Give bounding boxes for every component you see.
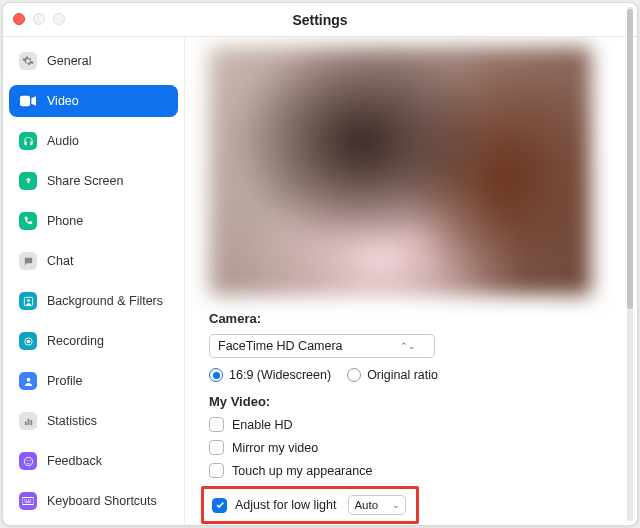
radio-icon: [209, 368, 223, 382]
touch-up-appearance-checkbox[interactable]: Touch up my appearance: [209, 463, 613, 478]
sidebar-item-statistics[interactable]: Statistics: [9, 405, 178, 437]
sidebar-item-profile[interactable]: Profile: [9, 365, 178, 397]
phone-icon: [19, 212, 37, 230]
sidebar-item-label: Statistics: [47, 414, 97, 428]
sidebar-item-label: Video: [47, 94, 79, 108]
sidebar-item-phone[interactable]: Phone: [9, 205, 178, 237]
checkbox-icon: [209, 440, 224, 455]
svg-rect-8: [30, 420, 32, 425]
svg-point-2: [27, 299, 30, 302]
svg-rect-15: [28, 500, 29, 501]
sidebar-item-label: Chat: [47, 254, 73, 268]
keyboard-icon: [19, 492, 37, 510]
sidebar-item-feedback[interactable]: Feedback: [9, 445, 178, 477]
aspect-ratio-group: 16:9 (Widescreen) Original ratio: [209, 368, 613, 382]
sidebar-item-label: Share Screen: [47, 174, 123, 188]
sidebar-item-keyboard-shortcuts[interactable]: Keyboard Shortcuts: [9, 485, 178, 517]
background-icon: [19, 292, 37, 310]
scrollbar[interactable]: [627, 7, 633, 521]
sidebar-item-label: Phone: [47, 214, 83, 228]
gear-icon: [19, 52, 37, 70]
checkbox-icon: [212, 498, 227, 513]
video-icon: [19, 92, 37, 110]
svg-rect-13: [24, 500, 25, 501]
sidebar-item-label: Feedback: [47, 454, 102, 468]
sidebar-item-background-filters[interactable]: Background & Filters: [9, 285, 178, 317]
statistics-icon: [19, 412, 37, 430]
close-window-button[interactable]: [13, 13, 25, 25]
svg-point-11: [29, 460, 30, 461]
share-screen-icon: [19, 172, 37, 190]
low-light-highlight: Adjust for low light Auto ⌄: [201, 486, 419, 524]
sidebar-item-chat[interactable]: Chat: [9, 245, 178, 277]
mirror-video-checkbox[interactable]: Mirror my video: [209, 440, 613, 455]
sidebar-item-label: General: [47, 54, 91, 68]
checkbox-label: Enable HD: [232, 418, 292, 432]
radio-label: Original ratio: [367, 368, 438, 382]
sidebar-item-label: Profile: [47, 374, 82, 388]
titlebar: Settings: [3, 3, 637, 37]
camera-preview: [209, 47, 591, 295]
chevron-down-icon: ⌃⌄: [400, 341, 416, 351]
radio-label: 16:9 (Widescreen): [229, 368, 331, 382]
svg-rect-14: [26, 500, 27, 501]
checkbox-icon: [209, 463, 224, 478]
svg-rect-6: [24, 421, 26, 425]
headphones-icon: [19, 132, 37, 150]
window-title: Settings: [292, 12, 347, 28]
radio-icon: [347, 368, 361, 382]
sidebar-item-label: Keyboard Shortcuts: [47, 494, 157, 508]
sidebar-item-label: Recording: [47, 334, 104, 348]
svg-point-10: [26, 460, 27, 461]
enable-hd-checkbox[interactable]: Enable HD: [209, 417, 613, 432]
sidebar-item-label: Background & Filters: [47, 294, 163, 308]
chevron-down-icon: ⌄: [392, 500, 400, 510]
svg-rect-17: [25, 502, 31, 503]
chat-icon: [19, 252, 37, 270]
feedback-icon: [19, 452, 37, 470]
sidebar-item-label: Audio: [47, 134, 79, 148]
adjust-low-light-checkbox[interactable]: Adjust for low light Auto ⌄: [212, 495, 408, 515]
svg-point-5: [26, 377, 30, 381]
camera-select[interactable]: FaceTime HD Camera ⌃⌄: [209, 334, 435, 358]
checkbox-label: Mirror my video: [232, 441, 318, 455]
profile-icon: [19, 372, 37, 390]
sidebar-item-general[interactable]: General: [9, 45, 178, 77]
sidebar-item-share-screen[interactable]: Share Screen: [9, 165, 178, 197]
sidebar: General Video Audio: [3, 37, 185, 525]
svg-point-9: [24, 457, 32, 465]
aspect-original-radio[interactable]: Original ratio: [347, 368, 438, 382]
minimize-window-button[interactable]: [33, 13, 45, 25]
low-light-mode-select[interactable]: Auto ⌄: [348, 495, 406, 515]
window-controls: [13, 13, 65, 25]
svg-rect-12: [22, 498, 34, 505]
zoom-window-button[interactable]: [53, 13, 65, 25]
settings-window: Settings General Video: [2, 2, 638, 526]
checkbox-label: Adjust for low light: [235, 498, 336, 512]
sidebar-item-video[interactable]: Video: [9, 85, 178, 117]
checkbox-label: Touch up my appearance: [232, 464, 372, 478]
sidebar-item-recording[interactable]: Recording: [9, 325, 178, 357]
svg-point-4: [26, 339, 30, 343]
aspect-16-9-radio[interactable]: 16:9 (Widescreen): [209, 368, 331, 382]
checkbox-icon: [209, 417, 224, 432]
body: General Video Audio: [3, 37, 637, 525]
svg-rect-0: [20, 96, 30, 107]
svg-rect-16: [30, 500, 31, 501]
camera-select-value: FaceTime HD Camera: [218, 339, 343, 353]
camera-section-label: Camera:: [209, 311, 613, 326]
low-light-mode-value: Auto: [354, 499, 378, 511]
sidebar-item-audio[interactable]: Audio: [9, 125, 178, 157]
record-icon: [19, 332, 37, 350]
content-pane: Camera: FaceTime HD Camera ⌃⌄ 16:9 (Wide…: [185, 37, 637, 525]
svg-rect-7: [27, 418, 29, 424]
my-video-section-label: My Video:: [209, 394, 613, 409]
scrollbar-thumb[interactable]: [627, 9, 633, 309]
